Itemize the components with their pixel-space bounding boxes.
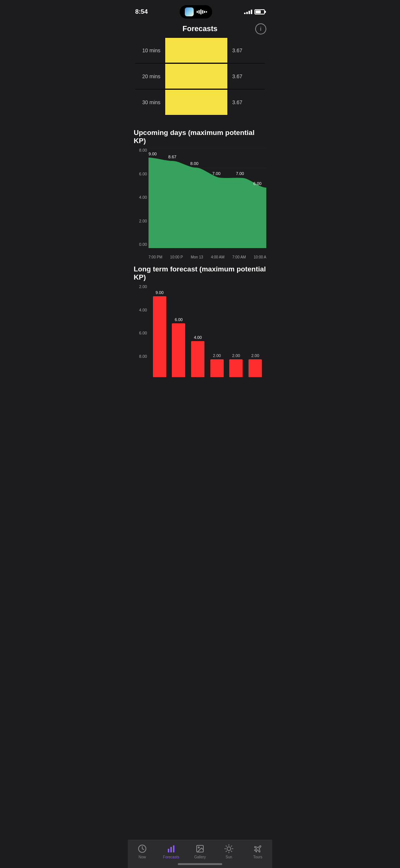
bar-rect-5 [229, 359, 243, 377]
bar-rect-3 [191, 341, 204, 377]
status-time: 8:54 [135, 8, 148, 16]
upcoming-chart-container: 0.00 2.00 4.00 6.00 8.00 [128, 148, 272, 259]
bar-top-2: 6.00 [175, 317, 183, 322]
lt-y-label-6: 6.00 [134, 331, 149, 335]
y-label-8: 8.00 [134, 148, 149, 152]
lt-y-label-8v: 8.00 [134, 354, 149, 359]
y-label-0: 0.00 [134, 242, 149, 247]
header: Forecasts i [128, 22, 272, 37]
battery-fill [256, 10, 261, 13]
bar-top-1: 9.00 [156, 290, 163, 295]
chart-svg-area: 9.00 8.67 8.00 7.00 7.00 6.00 [149, 148, 266, 248]
upcoming-area-chart: 0.00 2.00 4.00 6.00 8.00 [134, 148, 266, 259]
bar-top-6: 2.00 [251, 353, 259, 358]
bar-label-20: 20 mins [135, 73, 165, 79]
bar-row-20: 20 mins 3.67 [135, 63, 265, 89]
longterm-section: Long term forecast (maximum potential KP… [128, 259, 272, 396]
x-label-1: 10:00 P [170, 255, 183, 259]
y-label-4: 4.00 [134, 195, 149, 199]
bar-fill-20 [165, 63, 228, 89]
upcoming-days-title: Upcoming days (maximum potential KP) [128, 123, 272, 148]
bar-value-30: 3.67 [228, 99, 242, 105]
longterm-chart-container: 8.00 6.00 4.00 2.00 9.00 6.00 [128, 284, 272, 396]
longterm-title: Long term forecast (maximum potential KP… [128, 259, 272, 284]
status-right [244, 9, 265, 14]
lt-y-label-2: 2.00 [134, 284, 149, 289]
x-label-4: 7:00 AM [232, 255, 246, 259]
x-label-2: Mon 13 [191, 255, 203, 259]
bar-rect-2 [172, 323, 185, 377]
svg-text:8.67: 8.67 [168, 155, 176, 159]
svg-text:6.00: 6.00 [253, 181, 261, 186]
lt-y-label-4: 4.00 [134, 308, 149, 312]
bar-col-2: 6.00 [172, 323, 185, 377]
x-label-5: 10:00 A [254, 255, 266, 259]
bar-fill-30 [165, 89, 228, 115]
bar-top-5: 2.00 [232, 353, 240, 358]
x-label-0: 7:00 PM [149, 255, 162, 259]
bar-col-1: 9.00 [153, 296, 166, 377]
bar-top-3: 4.00 [194, 335, 201, 340]
bar-fill-10 [165, 37, 228, 63]
upcoming-x-axis: 7:00 PM 10:00 P Mon 13 4:00 AM 7:00 AM 1… [149, 248, 266, 259]
bar-col-3: 4.00 [191, 341, 204, 377]
svg-text:7.00: 7.00 [236, 171, 244, 176]
bar-top-4: 2.00 [213, 353, 221, 358]
x-label-3: 4:00 AM [211, 255, 224, 259]
audio-wave-icon [197, 9, 207, 14]
status-bar: 8:54 [128, 0, 272, 22]
signal-icon [244, 10, 252, 14]
longterm-bar-chart: 8.00 6.00 4.00 2.00 9.00 6.00 [134, 284, 266, 388]
bar-label-10: 10 mins [135, 47, 165, 53]
upcoming-days-section: Upcoming days (maximum potential KP) 0.0… [128, 123, 272, 259]
longterm-bars: 9.00 6.00 4.00 2.00 [149, 284, 266, 377]
bar-col-6: 2.00 [249, 359, 262, 377]
upcoming-y-axis: 0.00 2.00 4.00 6.00 8.00 [134, 148, 149, 248]
page-title: Forecasts [183, 24, 218, 33]
bar-rect-4 [210, 359, 224, 377]
y-label-2: 2.00 [134, 219, 149, 223]
bar-col-5: 2.00 [229, 359, 243, 377]
bar-rect-6 [249, 359, 262, 377]
bar-value-20: 3.67 [228, 73, 242, 79]
dynamic-island [180, 5, 212, 19]
minutes-chart: 10 mins 3.67 20 mins 3.67 30 mins 3.67 [128, 37, 272, 123]
svg-text:7.00: 7.00 [212, 171, 220, 176]
bar-label-30: 30 mins [135, 99, 165, 105]
y-label-6: 6.00 [134, 172, 149, 176]
info-button[interactable]: i [255, 23, 266, 34]
longterm-y-axis: 8.00 6.00 4.00 2.00 [134, 284, 149, 377]
bar-row-10: 10 mins 3.67 [135, 37, 265, 63]
svg-text:9.00: 9.00 [149, 152, 157, 156]
app-icon [185, 7, 194, 16]
bar-rect-1 [153, 296, 166, 377]
bar-value-10: 3.67 [228, 47, 242, 53]
bar-row-30: 30 mins 3.67 [135, 89, 265, 115]
main-content: 10 mins 3.67 20 mins 3.67 30 mins 3.67 U… [128, 37, 272, 433]
bar-col-4: 2.00 [210, 359, 224, 377]
battery-icon [254, 9, 265, 14]
svg-text:8.00: 8.00 [190, 161, 199, 166]
